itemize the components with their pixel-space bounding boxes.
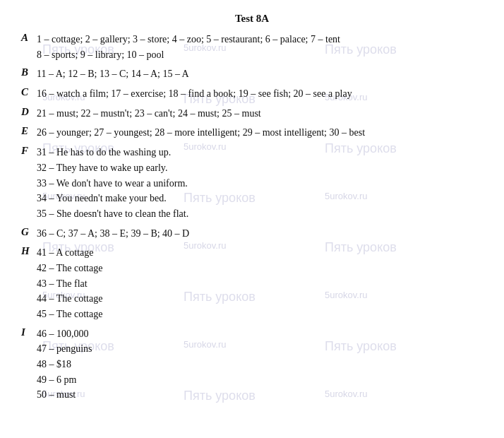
section-b: B11 – A; 12 – B; 13 – C; 14 – A; 15 – A — [21, 66, 483, 82]
section-content-a: 1 – cottage; 2 – gallery; 3 – store; 4 –… — [37, 32, 483, 62]
section-a: A1 – cottage; 2 – gallery; 3 – store; 4 … — [21, 32, 483, 62]
section-label-c: C — [21, 86, 37, 102]
section-line: 21 – must; 22 – mustn't; 23 – can't; 24 … — [37, 106, 483, 122]
section-label-e: E — [21, 125, 37, 141]
page-title: Test 8A — [21, 13, 483, 25]
section-label-g: G — [21, 226, 37, 242]
section-f: F31 – He has to do the washing up.32 – T… — [21, 145, 483, 221]
section-line: 47 – penguins — [37, 341, 483, 357]
section-content-e: 26 – younger; 27 – youngest; 28 – more i… — [37, 125, 483, 141]
section-d: D21 – must; 22 – mustn't; 23 – can't; 24… — [21, 106, 483, 122]
section-line: 42 – The cottage — [37, 261, 483, 276]
page: Пять уроков5urokov.ruПять уроков5urokov.… — [0, 0, 504, 420]
section-c: C16 – watch a film; 17 – exercise; 18 – … — [21, 86, 483, 102]
section-line: 50 – must — [37, 387, 483, 403]
section-i: I46 – 100,00047 – penguins48 – $1849 – 6… — [21, 326, 483, 403]
section-line: 1 – cottage; 2 – gallery; 3 – store; 4 –… — [37, 32, 483, 47]
section-line: 31 – He has to do the washing up. — [37, 145, 483, 160]
section-content-i: 46 – 100,00047 – penguins48 – $1849 – 6 … — [37, 326, 483, 403]
section-line: 32 – They have to wake up early. — [37, 160, 483, 176]
section-content-b: 11 – A; 12 – B; 13 – C; 14 – A; 15 – A — [37, 66, 483, 82]
section-line: 46 – 100,000 — [37, 326, 483, 342]
section-label-i: I — [21, 326, 37, 403]
section-line: 49 – 6 pm — [37, 372, 483, 388]
section-label-f: F — [21, 145, 37, 221]
section-line: 43 – The flat — [37, 276, 483, 292]
section-line: 26 – younger; 27 – youngest; 28 – more i… — [37, 125, 483, 141]
section-line: 45 – The cottage — [37, 307, 483, 322]
section-line: 8 – sports; 9 – library; 10 – pool — [37, 47, 483, 63]
section-content-g: 36 – C; 37 – A; 38 – E; 39 – B; 40 – D — [37, 226, 483, 242]
section-line: 34 – You needn't make your bed. — [37, 191, 483, 206]
section-line: 44 – The cottage — [37, 291, 483, 307]
section-content-h: 41 – A cottage42 – The cottage43 – The f… — [37, 245, 483, 321]
section-line: 33 – We don't have to wear a uniform. — [37, 176, 483, 191]
section-label-h: H — [21, 245, 37, 321]
section-content-c: 16 – watch a film; 17 – exercise; 18 – f… — [37, 86, 483, 102]
section-h: H41 – A cottage42 – The cottage43 – The … — [21, 245, 483, 321]
section-line: 16 – watch a film; 17 – exercise; 18 – f… — [37, 86, 483, 102]
section-content-f: 31 – He has to do the washing up.32 – Th… — [37, 145, 483, 221]
section-e: E26 – younger; 27 – youngest; 28 – more … — [21, 125, 483, 141]
section-line: 48 – $18 — [37, 357, 483, 372]
section-label-d: D — [21, 106, 37, 122]
section-line: 35 – She doesn't have to clean the flat. — [37, 206, 483, 222]
section-line: 11 – A; 12 – B; 13 – C; 14 – A; 15 – A — [37, 66, 483, 82]
section-line: 36 – C; 37 – A; 38 – E; 39 – B; 40 – D — [37, 226, 483, 242]
section-label-b: B — [21, 66, 37, 82]
section-label-a: A — [21, 32, 37, 62]
section-content-d: 21 – must; 22 – mustn't; 23 – can't; 24 … — [37, 106, 483, 122]
section-g: G36 – C; 37 – A; 38 – E; 39 – B; 40 – D — [21, 226, 483, 242]
section-line: 41 – A cottage — [37, 245, 483, 261]
